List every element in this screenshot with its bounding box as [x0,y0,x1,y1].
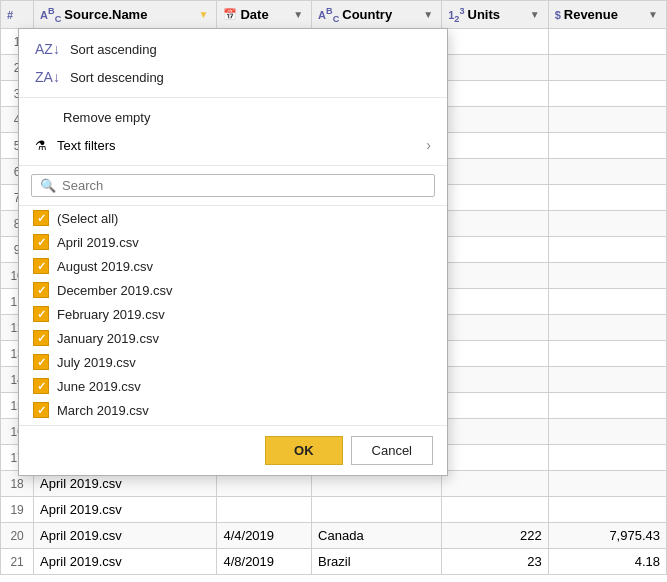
revenue-type-icon: $ [555,9,561,21]
table-row: 20 April 2019.csv 4/4/2019 Canada 222 7,… [1,523,667,549]
remove-empty-item[interactable]: Remove empty [19,104,447,131]
units-cell [442,419,548,445]
source-cell: April 2019.csv [34,549,217,575]
units-cell [442,185,548,211]
button-section: OK Cancel [19,426,447,475]
check-label: August 2019.csv [57,259,153,274]
checkbox-icon [33,282,49,298]
revenue-label: Revenue [564,7,618,22]
row-icon: # [7,9,13,21]
checklist-item[interactable]: July 2019.csv [19,350,447,374]
sort-descending-label: Sort descending [70,70,164,85]
date-cell: 4/4/2019 [217,523,312,549]
revenue-cell [548,471,666,497]
chevron-right-icon: › [426,137,431,153]
revenue-cell [548,237,666,263]
revenue-cell [548,289,666,315]
units-cell [442,289,548,315]
units-cell [442,237,548,263]
units-cell [442,393,548,419]
units-cell [442,55,548,81]
units-filter-button[interactable]: ▼ [528,8,542,21]
revenue-cell [548,497,666,523]
country-cell: Brazil [312,549,442,575]
check-label: (Select all) [57,211,118,226]
units-cell: 23 [442,549,548,575]
sort-descending-item[interactable]: ZA↓ Sort descending [19,63,447,91]
row-number-header: # [1,1,34,29]
table-row: 19 April 2019.csv [1,497,667,523]
check-label: March 2019.csv [57,403,149,418]
sort-desc-icon: ZA↓ [35,69,60,85]
search-input[interactable] [62,178,426,193]
units-type-icon: 123 [448,6,464,24]
row-number: 21 [1,549,34,575]
date-header[interactable]: 📅 Date ▼ [217,1,312,29]
ok-button[interactable]: OK [265,436,343,465]
text-filters-left: ⚗ Text filters [35,138,116,153]
date-filter-button[interactable]: ▼ [291,8,305,21]
text-filters-icon: ⚗ [35,138,47,153]
checklist-item[interactable]: December 2019.csv [19,278,447,302]
checklist-item[interactable]: August 2019.csv [19,254,447,278]
search-icon: 🔍 [40,178,56,193]
checklist-item[interactable]: June 2019.csv [19,374,447,398]
date-cell [217,497,312,523]
checkbox-icon [33,402,49,418]
cancel-button[interactable]: Cancel [351,436,433,465]
row-number: 19 [1,497,34,523]
checkbox-icon [33,330,49,346]
check-label: January 2019.csv [57,331,159,346]
country-cell: Canada [312,523,442,549]
checklist-item[interactable]: February 2019.csv [19,302,447,326]
check-label: July 2019.csv [57,355,136,370]
checkbox-icon [33,234,49,250]
revenue-header[interactable]: $ Revenue ▼ [548,1,666,29]
revenue-cell [548,29,666,55]
source-cell: April 2019.csv [34,497,217,523]
source-name-header[interactable]: ABC Source.Name ▼ [34,1,217,29]
revenue-cell [548,445,666,471]
units-label: Units [468,7,501,22]
checkbox-icon [33,306,49,322]
text-filters-item[interactable]: ⚗ Text filters › [19,131,447,159]
checklist-item[interactable]: April 2019.csv [19,230,447,254]
date-type-icon: 📅 [223,8,237,21]
units-cell: 222 [442,523,548,549]
search-box: 🔍 [31,174,435,197]
revenue-filter-button[interactable]: ▼ [646,8,660,21]
revenue-cell: 4.18 [548,549,666,575]
units-cell [442,497,548,523]
checkbox-icon [33,354,49,370]
checklist-item[interactable]: January 2019.csv [19,326,447,350]
date-label: Date [240,7,268,22]
source-filter-button[interactable]: ▼ [197,8,211,21]
revenue-cell [548,341,666,367]
check-label: December 2019.csv [57,283,173,298]
checkbox-icon [33,258,49,274]
checklist-item[interactable]: March 2019.csv [19,398,447,422]
units-header[interactable]: 123 Units ▼ [442,1,548,29]
revenue-cell [548,81,666,107]
sort-ascending-item[interactable]: AZ↓ Sort ascending [19,35,447,63]
source-name-label: Source.Name [64,7,147,22]
revenue-cell [548,315,666,341]
remove-empty-label: Remove empty [63,110,150,125]
checkbox-icon [33,210,49,226]
search-section: 🔍 [19,166,447,206]
text-filters-label: Text filters [57,138,116,153]
checklist-item[interactable]: (Select all) [19,206,447,230]
country-type-icon: ABC [318,6,339,24]
country-header[interactable]: ABC Country ▼ [312,1,442,29]
revenue-cell: 7,975.43 [548,523,666,549]
date-cell: 4/8/2019 [217,549,312,575]
country-filter-button[interactable]: ▼ [421,8,435,21]
filter-options-section: Remove empty ⚗ Text filters › [19,98,447,166]
units-cell [442,341,548,367]
checkbox-icon [33,378,49,394]
source-type-icon: ABC [40,6,61,24]
table-container: # ABC Source.Name ▼ 📅 Date ▼ [0,0,667,582]
revenue-cell [548,55,666,81]
units-cell [442,263,548,289]
sort-asc-icon: AZ↓ [35,41,60,57]
